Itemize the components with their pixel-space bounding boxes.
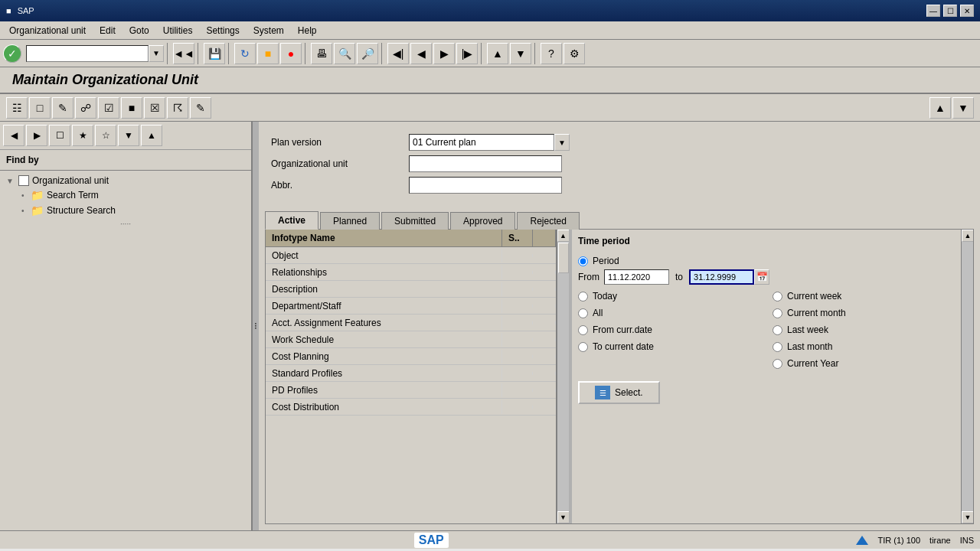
abbr-input[interactable] — [409, 177, 562, 194]
select-button[interactable]: ☰ Select. — [578, 381, 660, 404]
scroll-down-btn[interactable]: ▼ — [557, 511, 570, 523]
org-unit-input[interactable] — [409, 155, 562, 172]
current-year-radio[interactable] — [773, 359, 782, 369]
last-month-radio[interactable] — [773, 342, 782, 352]
edit-button[interactable]: ✎ — [52, 97, 74, 119]
to-date-input[interactable] — [689, 269, 754, 285]
calendar-button[interactable]: 📅 — [754, 269, 769, 285]
status-triangle-icon[interactable] — [856, 536, 868, 545]
download-button[interactable]: ▼ — [510, 43, 531, 64]
tree-search-term-label: Search Term — [47, 190, 99, 201]
table-row[interactable]: Relationships — [266, 264, 556, 281]
nav-sort-button[interactable]: ▲ — [141, 125, 162, 146]
nav-right-button[interactable]: ▶ — [26, 125, 47, 146]
find-next-button[interactable]: 🔎 — [357, 43, 378, 64]
delimit-button[interactable]: ■ — [121, 97, 142, 119]
tree-root-item[interactable]: ▼ Organizational unit — [3, 174, 248, 187]
new-button[interactable]: □ — [29, 97, 51, 119]
table-row[interactable]: Object — [266, 247, 556, 264]
menu-org-unit[interactable]: Organizational unit — [3, 24, 92, 37]
close-button[interactable]: ✕ — [960, 5, 974, 17]
to-current-radio[interactable] — [578, 342, 588, 352]
tree-root-checkbox[interactable] — [18, 175, 29, 186]
info-button[interactable]: ✎ — [190, 97, 211, 119]
flag-down-button[interactable]: ▼ — [952, 97, 974, 119]
refresh-button[interactable]: ↻ — [234, 43, 256, 64]
tab-approved[interactable]: Approved — [450, 212, 515, 230]
menu-settings[interactable]: Settings — [200, 24, 245, 37]
scroll-up-btn[interactable]: ▲ — [557, 230, 570, 242]
settings-toolbar-button[interactable]: ⚙ — [564, 43, 585, 64]
copy-button[interactable]: ☑ — [98, 97, 119, 119]
tab-planned[interactable]: Planned — [320, 212, 380, 230]
plan-version-select[interactable]: 01 Current plan — [409, 134, 554, 151]
current-month-label: Current month — [787, 308, 846, 318]
tab-submitted[interactable]: Submitted — [381, 212, 449, 230]
menu-system[interactable]: System — [247, 24, 290, 37]
menu-utilities[interactable]: Utilities — [157, 24, 199, 37]
nav-search-button[interactable]: ☐ — [49, 125, 70, 146]
flag-up-button[interactable]: ▲ — [929, 97, 951, 119]
execute-button[interactable]: ● — [280, 43, 302, 64]
nav-left-button[interactable]: ◀ — [3, 125, 24, 146]
back-button[interactable]: ◄◄ — [173, 43, 194, 64]
minimize-button[interactable]: — — [926, 5, 940, 17]
table-row[interactable]: Cost Planning — [266, 348, 556, 365]
print-button[interactable]: 🖶 — [311, 43, 332, 64]
menu-goto[interactable]: Goto — [123, 24, 155, 37]
help-toolbar-button[interactable]: ? — [541, 43, 562, 64]
nav-filter-button[interactable]: ▼ — [118, 125, 139, 146]
plan-version-dropdown-btn[interactable]: ▼ — [554, 134, 570, 151]
today-radio[interactable] — [578, 292, 588, 302]
table-row[interactable]: Acct. Assignment Features — [266, 315, 556, 331]
drag-handle[interactable]: ⁝ — [253, 122, 259, 530]
table-row[interactable]: Cost Distribution — [266, 399, 556, 416]
last-page-button[interactable]: |▶ — [456, 43, 478, 64]
scroll-thumb[interactable] — [558, 243, 569, 273]
title-bar-controls[interactable]: — ☐ ✕ — [926, 5, 974, 17]
maximize-button[interactable]: ☐ — [943, 5, 957, 17]
table-row[interactable]: PD Profiles — [266, 382, 556, 399]
upload-button[interactable]: ▲ — [487, 43, 508, 64]
right-scroll-up[interactable]: ▲ — [962, 230, 974, 242]
tab-active[interactable]: Active — [265, 211, 318, 230]
current-year-radio-row: Current Year — [773, 358, 955, 369]
find-by-header: Find by — [0, 150, 251, 171]
nav-star-outline-button[interactable]: ☆ — [95, 125, 116, 146]
tree-structure-search-item[interactable]: • 📁 Structure Search — [3, 203, 248, 218]
table-row[interactable]: Description — [266, 281, 556, 298]
tree-search-term-item[interactable]: • 📁 Search Term — [3, 187, 248, 203]
menu-edit[interactable]: Edit — [93, 24, 122, 37]
infotype-icon-cell — [533, 254, 556, 257]
nav-star-button[interactable]: ★ — [72, 125, 93, 146]
from-curr-label: From curr.date — [593, 324, 652, 335]
stop-button[interactable]: ■ — [257, 43, 279, 64]
current-year-label: Current Year — [787, 358, 838, 369]
table-row[interactable]: Work Schedule — [266, 331, 556, 348]
tab-rejected[interactable]: Rejected — [517, 212, 579, 230]
detail-button[interactable]: ☍ — [75, 97, 96, 119]
command-input[interactable] — [26, 45, 149, 62]
prev-page-button[interactable]: ◀ — [410, 43, 432, 64]
infotype-name-cell: Object — [266, 249, 502, 262]
current-week-radio[interactable] — [773, 292, 782, 302]
find-button[interactable]: 🔍 — [334, 43, 355, 64]
current-month-radio[interactable] — [773, 308, 782, 318]
menu-help[interactable]: Help — [292, 24, 323, 37]
command-dropdown[interactable]: ▼ — [149, 45, 164, 62]
green-flag-button[interactable]: ✓ — [3, 44, 21, 63]
overview-button[interactable]: ☈ — [167, 97, 188, 119]
from-curr-radio[interactable] — [578, 325, 588, 335]
from-date-input[interactable] — [604, 269, 669, 285]
next-page-button[interactable]: ▶ — [433, 43, 455, 64]
table-row[interactable]: Standard Profiles — [266, 365, 556, 382]
all-radio[interactable] — [578, 308, 588, 318]
right-scroll-down[interactable]: ▼ — [962, 511, 974, 523]
delete-button[interactable]: ☒ — [144, 97, 165, 119]
last-week-radio[interactable] — [773, 325, 782, 335]
hierarchy-icon[interactable]: ☷ — [6, 97, 28, 119]
table-row[interactable]: Department/Staff — [266, 298, 556, 315]
first-page-button[interactable]: ◀| — [387, 43, 409, 64]
save-button[interactable]: 💾 — [204, 43, 225, 64]
period-radio[interactable] — [578, 256, 588, 266]
